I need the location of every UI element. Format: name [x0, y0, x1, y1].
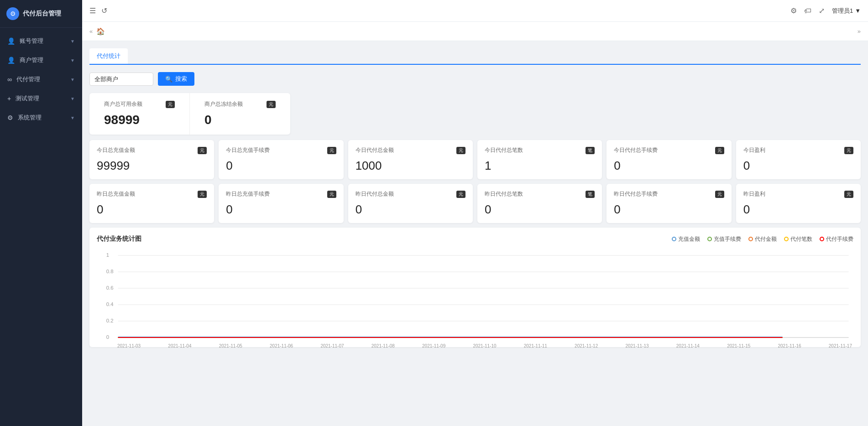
chart-x-label: 2021-11-03: [117, 343, 141, 348]
unit-badge-today_pay_count: 笔: [586, 147, 595, 154]
svg-text:0.6: 0.6: [106, 285, 114, 291]
sidebar-account-arrow: ▼: [70, 39, 75, 44]
chart-x-label: 2021-11-13: [625, 343, 648, 348]
tab-bar: 代付统计: [89, 48, 861, 65]
stat-label-available: 商户总可用余额 元: [104, 100, 175, 108]
sidebar-merchant-arrow: ▼: [70, 58, 75, 63]
stat-label-today_pay_count: 今日代付总笔数 笔: [485, 146, 595, 154]
sidebar-item-left: 👤 商户管理: [7, 56, 43, 64]
stat-yday_pay_fee: 昨日代付总手续费 元 0: [607, 184, 731, 223]
chart-x-labels: 2021-11-032021-11-042021-11-052021-11-06…: [97, 343, 853, 348]
legend-dot-recharge: [672, 237, 676, 241]
sidebar-item-test[interactable]: + 测试管理 ▼: [0, 89, 82, 108]
stat-label-today_recharge_fee: 今日总充值手续费 元: [226, 146, 336, 154]
stat-value-today_recharge_fee: 0: [226, 159, 336, 173]
sidebar-item-payment[interactable]: ∞ 代付管理 ▼: [0, 70, 82, 89]
settings-icon[interactable]: ⚙: [790, 6, 797, 15]
search-button[interactable]: 🔍 搜索: [158, 72, 194, 86]
chart-x-label: 2021-11-07: [320, 343, 344, 348]
stat-yday_recharge: 昨日总充值金额 元 0: [89, 184, 214, 223]
refresh-icon[interactable]: ↺: [101, 6, 107, 15]
stat-value-today_pay_amount: 1000: [356, 159, 465, 173]
stat-frozen: 商户总冻结余额 元 0: [190, 93, 290, 135]
chart-svg: 0 0.2 0.4 0.6 0.8 1: [97, 249, 853, 340]
home-button[interactable]: 🏠: [96, 27, 105, 36]
svg-text:0.8: 0.8: [106, 269, 114, 274]
sidebar-item-account[interactable]: 👤 账号管理 ▼: [0, 31, 82, 51]
unit-badge-today_pay_amount: 元: [456, 147, 465, 154]
unit-badge-yday_pay_amount: 元: [456, 191, 465, 198]
chart-x-label: 2021-11-04: [168, 343, 191, 348]
legend-label-pay_count: 代付笔数: [790, 235, 812, 243]
chart-x-label: 2021-11-06: [270, 343, 293, 348]
stat-value-yday_pay_count: 0: [485, 203, 595, 217]
collapse-icon[interactable]: ☰: [89, 6, 96, 15]
stat-yday_profit: 昨日盈利 元 0: [736, 184, 861, 223]
stat-today_pay_count: 今日代付总笔数 笔 1: [477, 140, 602, 179]
tag-icon[interactable]: 🏷: [804, 7, 811, 15]
unit-badge-yday_recharge: 元: [198, 191, 207, 198]
stat-label-yday_pay_amount: 昨日代付总金额 元: [356, 190, 465, 198]
sidebar-merchant-icon: 👤: [7, 57, 15, 64]
unit-badge-yday_pay_count: 笔: [586, 191, 595, 198]
stat-today_profit: 今日盈利 元 0: [736, 140, 861, 179]
unit-badge-yday_profit: 元: [844, 191, 853, 198]
breadcrumb-left: « 🏠: [89, 27, 105, 36]
stat-value-yday_pay_amount: 0: [356, 203, 465, 217]
sidebar-merchant-label: 商户管理: [20, 56, 43, 64]
filter-row: 全部商户 🔍 搜索: [89, 72, 861, 86]
sidebar-logo: ⚙ 代付后台管理: [0, 0, 82, 28]
stat-label-today_recharge: 今日总充值金额 元: [97, 146, 207, 154]
chart-x-label: 2021-11-14: [676, 343, 700, 348]
unit-badge-yday_recharge_fee: 元: [327, 191, 336, 198]
top-stats-row: 商户总可用余额 元 98999 商户总冻结余额 元 0: [89, 93, 290, 135]
legend-pay: 代付金额: [748, 235, 777, 243]
chart-x-label: 2021-11-05: [219, 343, 242, 348]
stat-label-yday_pay_count: 昨日代付总笔数 笔: [485, 190, 595, 198]
tab-stat[interactable]: 代付统计: [89, 48, 128, 64]
legend-pay_fee: 代付手续费: [820, 235, 853, 243]
stat-label-yday_profit: 昨日盈利 元: [743, 190, 853, 198]
legend-label-recharge_fee: 充值手续费: [714, 235, 741, 243]
breadcrumb-forward[interactable]: »: [858, 28, 861, 35]
sidebar-account-icon: 👤: [7, 37, 15, 45]
username: 管理员1: [832, 7, 853, 15]
chart-legend: 充值金额 充值手续费 代付金额 代付笔数 代付手续费: [672, 235, 853, 243]
merchant-select[interactable]: 全部商户: [89, 73, 153, 86]
stat-label-today_profit: 今日盈利 元: [743, 146, 853, 154]
sidebar-item-merchant[interactable]: 👤 商户管理 ▼: [0, 51, 82, 70]
chart-title: 代付业务统计图: [97, 235, 141, 243]
chart-x-label: 2021-11-17: [829, 343, 852, 348]
unit-badge-frozen: 元: [267, 101, 276, 108]
stat-value-today_pay_fee: 0: [614, 159, 724, 173]
user-arrow: ▼: [855, 7, 861, 14]
stat-value-today_pay_count: 1: [485, 159, 595, 173]
logo-icon: ⚙: [6, 7, 19, 20]
topbar-left: ☰ ↺: [89, 6, 107, 15]
sidebar-item-left: + 测试管理: [7, 94, 39, 103]
unit-badge-available: 元: [166, 101, 175, 108]
yesterday-stats-row: 昨日总充值金额 元 0 昨日总充值手续费 元 0 昨日代付总金额 元 0 昨日代…: [89, 184, 861, 223]
legend-label-pay_fee: 代付手续费: [826, 235, 853, 243]
unit-badge-today_pay_fee: 元: [715, 147, 724, 154]
content-area: 代付统计 全部商户 🔍 搜索 商户总可用余额 元 98999 商户总冻结余额 元: [82, 41, 868, 426]
breadcrumb-back[interactable]: «: [89, 28, 93, 35]
legend-dot-pay_fee: [820, 237, 824, 241]
topbar: ☰ ↺ ⚙ 🏷 ⤢ 管理员1 ▼: [82, 0, 868, 22]
expand-icon[interactable]: ⤢: [819, 6, 825, 15]
user-menu[interactable]: 管理员1 ▼: [832, 7, 861, 15]
sidebar-account-label: 账号管理: [20, 37, 43, 45]
legend-label-recharge: 充值金额: [678, 235, 700, 243]
stat-label-today_pay_fee: 今日代付总手续费 元: [614, 146, 724, 154]
legend-dot-pay: [748, 237, 753, 241]
stat-value-today_recharge: 99999: [97, 159, 207, 173]
sidebar-payment-label: 代付管理: [16, 75, 40, 83]
sidebar-item-system[interactable]: ⚙ 系统管理 ▼: [0, 108, 82, 127]
chart-x-label: 2021-11-08: [371, 343, 395, 348]
svg-text:1: 1: [106, 252, 109, 258]
stat-yday_recharge_fee: 昨日总充值手续费 元 0: [219, 184, 343, 223]
stat-label-yday_pay_fee: 昨日代付总手续费 元: [614, 190, 724, 198]
sidebar-system-arrow: ▼: [70, 115, 75, 120]
stat-today_pay_amount: 今日代付总金额 元 1000: [348, 140, 473, 179]
search-icon: 🔍: [165, 76, 173, 83]
